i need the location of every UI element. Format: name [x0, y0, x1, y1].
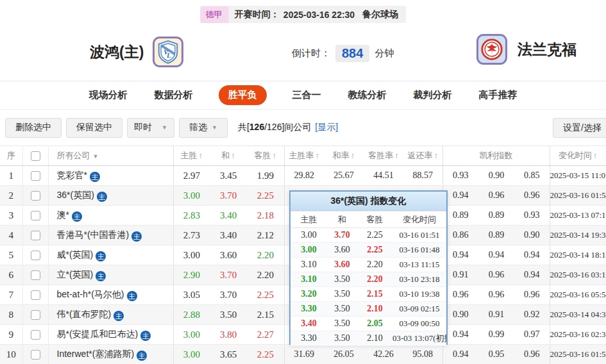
row-checkbox[interactable]	[31, 211, 40, 220]
rate-value: 31.69	[284, 345, 324, 364]
popup-header-home-win: 主胜	[290, 211, 327, 228]
company-name[interactable]: 威*(英国)	[57, 249, 94, 260]
row-checkbox[interactable]	[31, 251, 40, 260]
company-name[interactable]: 香港马*(中国香港)	[57, 229, 130, 240]
row-checkbox[interactable]	[31, 231, 40, 240]
header-change-time[interactable]: 变化时间↑	[550, 146, 606, 166]
company-name[interactable]: 澳*	[57, 210, 69, 220]
odds-value: 2.15	[247, 305, 284, 325]
popup-row: 3.403.502.0503-09 00:50	[290, 317, 446, 331]
header-home-win[interactable]: 主胜↑	[173, 146, 210, 166]
kelly-value: 0.96	[442, 285, 478, 305]
table-row: 10Interwet*(塞浦路斯)主3.003.652.2531.6926.05…	[0, 345, 606, 364]
header-select-all	[22, 146, 48, 166]
match-header: 德甲 开赛时间： 2025-03-16 22:30 鲁尔球场 波鸿(主) V L…	[0, 0, 606, 81]
row-checkbox[interactable]	[31, 290, 40, 300]
time-filter-value: 即时	[134, 122, 152, 133]
company-name[interactable]: 36*(英国)	[57, 190, 94, 200]
kickoff-label: 开赛时间：	[235, 9, 280, 21]
kelly-value: 0.95	[478, 345, 514, 364]
odds-value: 2.20	[247, 265, 284, 285]
row-checkbox[interactable]	[31, 191, 40, 201]
odds-value: 2.18	[247, 206, 284, 226]
kelly-value: 0.97	[514, 325, 550, 345]
table-row: 1竞彩官*主2.973.451.9929.8225.6744.5188.570.…	[0, 166, 606, 186]
popup-odds-value: 2.10	[357, 331, 392, 346]
row-seq: 9	[0, 325, 22, 345]
header-draw[interactable]: 和↑	[210, 146, 247, 166]
kelly-value: 0.96	[514, 285, 550, 305]
delete-selected-button[interactable]: 删除选中	[5, 118, 62, 138]
company-name[interactable]: 伟*(直布罗陀)	[57, 309, 112, 319]
caret-down-icon: ▼	[212, 124, 217, 131]
header-away-win[interactable]: 客胜↑	[247, 146, 284, 166]
popup-odds-value: 3.10	[290, 258, 327, 272]
header-home-rate[interactable]: 主胜率↑	[284, 146, 324, 166]
popup-odds-value: 2.25	[357, 228, 392, 243]
show-link[interactable]: [显示]	[315, 122, 338, 133]
popup-row: 3.303.502.1003-09 02:15	[290, 302, 446, 317]
row-checkbox[interactable]	[31, 350, 40, 360]
popup-row: 3.103.602.2003-13 11:15	[290, 258, 446, 272]
kelly-value: 0.94	[514, 265, 550, 285]
countdown-unit: 分钟	[375, 47, 394, 60]
filter-dropdown[interactable]: 筛选 ▼	[179, 118, 228, 138]
header-away-rate[interactable]: 客胜率↑	[364, 146, 403, 166]
home-team: 波鸿(主) V L	[90, 37, 183, 67]
away-team-logo	[476, 34, 507, 65]
row-checkbox[interactable]	[31, 171, 40, 181]
popup-odds-value: 3.00	[290, 228, 327, 243]
select-all-checkbox[interactable]	[31, 151, 40, 161]
change-time: 2025-03-16 03:11	[550, 265, 606, 285]
odds-value: 3.70	[210, 186, 247, 206]
time-filter-dropdown[interactable]: 即时 ▼	[127, 118, 174, 138]
company-name[interactable]: 竞彩官*	[57, 170, 87, 180]
sort-up-icon: ↑	[351, 151, 355, 160]
popup-odds-value: 3.20	[290, 287, 327, 302]
kelly-value: 0.92	[514, 305, 550, 325]
popup-table: 主胜 和 客胜 变化时间 3.003.702.2503-16 01:513.00…	[290, 211, 446, 346]
popup-title: 36*(英国) 指数变化	[290, 192, 446, 211]
match-info-bar: 德甲 开赛时间： 2025-03-16 22:30 鲁尔球场	[200, 6, 406, 23]
home-badge-icon: 主	[96, 271, 106, 281]
tab-data-analysis[interactable]: 数据分析	[153, 85, 194, 105]
company-name[interactable]: 易*(安提瓜和巴布达)	[57, 329, 139, 339]
row-checkbox[interactable]	[31, 310, 40, 320]
company-name[interactable]: 立*(英国)	[57, 269, 94, 279]
popup-odds-value: 3.30	[290, 331, 327, 346]
sort-up-icon: ↑	[593, 151, 598, 160]
popup-row: 3.303.502.1003-03 13:07(初指)	[290, 331, 446, 346]
settings-select-button[interactable]: 设置/选择	[553, 118, 606, 138]
row-checkbox[interactable]	[31, 330, 40, 340]
header-draw-rate[interactable]: 和率↑	[324, 146, 364, 166]
tab-expert-picks[interactable]: 高手推荐	[478, 85, 519, 105]
kelly-value: 0.94	[478, 245, 514, 265]
popup-change-time: 03-13 11:15	[392, 258, 446, 272]
kelly-value: 0.91	[478, 305, 514, 325]
company-name[interactable]: Interwet*(塞浦路斯)	[57, 349, 135, 359]
row-seq: 5	[0, 245, 22, 265]
home-badge-icon: 主	[127, 291, 137, 301]
tab-live-analysis[interactable]: 现场分析	[88, 85, 129, 105]
popup-change-time: 03-10 23:18	[392, 272, 446, 287]
row-checkbox[interactable]	[31, 270, 40, 280]
keep-selected-button[interactable]: 保留选中	[66, 118, 122, 138]
company-name[interactable]: bet-at-h*(马尔他)	[57, 289, 124, 299]
tab-win-draw-loss[interactable]: 胜平负	[219, 85, 267, 105]
kelly-value: 0.89	[478, 206, 514, 226]
odds-value: 3.70	[210, 285, 247, 305]
filter-label: 筛选	[189, 122, 207, 133]
odds-history-popup: 36*(英国) 指数变化 主胜 和 客胜 变化时间 3.003.702.2503…	[289, 190, 448, 345]
popup-row: 3.003.702.2503-16 01:51	[290, 228, 446, 243]
odds-value: 2.20	[247, 245, 284, 265]
odds-value: 2.25	[247, 345, 284, 364]
header-return-rate[interactable]: 返还率↑	[403, 146, 442, 166]
tab-three-in-one[interactable]: 三合一	[291, 85, 323, 105]
kelly-value: 0.89	[442, 206, 478, 226]
tab-referee-analysis[interactable]: 裁判分析	[412, 85, 453, 105]
header-company[interactable]: 所有公司▼	[48, 146, 173, 166]
countdown: 倒计时： 884 分钟	[292, 45, 394, 62]
league-badge[interactable]: 德甲	[200, 6, 228, 23]
popup-odds-value: 2.20	[357, 272, 392, 287]
tab-coach-analysis[interactable]: 教练分析	[347, 85, 388, 105]
